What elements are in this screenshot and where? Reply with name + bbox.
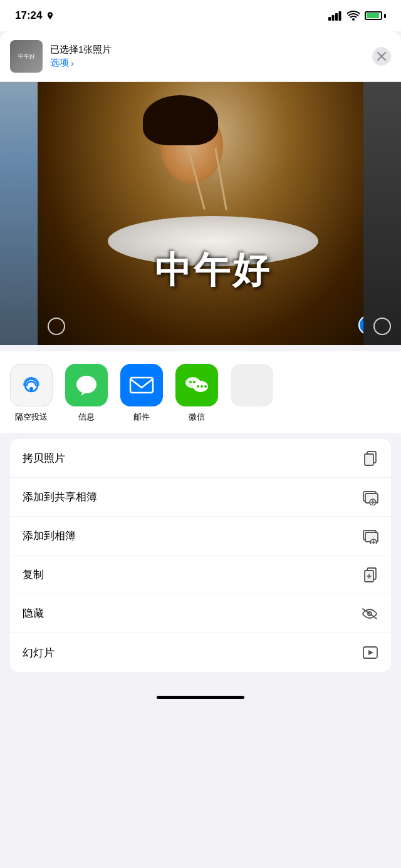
mail-label: 邮件 <box>133 411 150 423</box>
svg-rect-1 <box>332 15 335 21</box>
add-album-icon <box>362 528 378 544</box>
share-sheet: 中午好 已选择1张照片 选项 › <box>0 31 401 685</box>
photo-main[interactable]: 中午好 <box>38 82 388 345</box>
mail-app-icon <box>120 364 163 406</box>
hide-icon <box>361 607 378 621</box>
signal-icon <box>328 11 342 21</box>
status-bar: 17:24 <box>0 0 401 31</box>
photo-left-partial <box>0 82 38 345</box>
options-link[interactable]: 选项 › <box>50 57 365 69</box>
slideshow-action[interactable]: 幻灯片 <box>10 633 391 672</box>
svg-point-17 <box>204 385 207 388</box>
close-button[interactable] <box>372 47 391 66</box>
svg-point-14 <box>193 381 195 383</box>
airdrop-icon <box>10 364 53 406</box>
copy-photo-action[interactable]: 拷贝照片 <box>10 439 391 478</box>
svg-rect-3 <box>339 11 341 21</box>
duplicate-label: 复制 <box>23 567 44 582</box>
home-bar <box>157 696 244 699</box>
unselected-indicator <box>48 318 65 335</box>
messages-app-icon <box>65 364 108 406</box>
slideshow-label: 幻灯片 <box>23 646 55 660</box>
selected-count-label: 已选择1张照片 <box>50 44 365 56</box>
svg-point-15 <box>197 385 199 388</box>
hide-label: 隐藏 <box>23 606 44 621</box>
wechat-app-icon <box>175 364 218 406</box>
svg-point-13 <box>189 381 192 383</box>
status-icons <box>328 11 386 21</box>
add-album-label: 添加到相簿 <box>23 529 76 543</box>
svg-point-8 <box>76 376 96 393</box>
svg-marker-37 <box>368 650 373 655</box>
svg-rect-2 <box>335 13 338 21</box>
app-item-wechat[interactable]: 微信 <box>175 364 218 423</box>
battery-icon <box>365 11 386 20</box>
wechat-bubbles-icon <box>183 373 211 398</box>
header-info: 已选择1张照片 选项 › <box>50 44 365 69</box>
messages-bubble-icon <box>73 372 100 398</box>
meme-overlay-text: 中午好 <box>155 246 271 295</box>
copy-photo-label: 拷贝照片 <box>23 451 65 465</box>
app-item-messages[interactable]: 信息 <box>65 364 108 423</box>
mail-envelope-icon <box>128 374 155 396</box>
svg-line-35 <box>363 609 377 619</box>
selected-photo-thumb: 中午好 <box>10 40 43 73</box>
location-icon <box>46 11 55 20</box>
app-item-more[interactable] <box>231 364 273 423</box>
add-album-action[interactable]: 添加到相簿 <box>10 517 391 555</box>
svg-rect-0 <box>328 17 331 21</box>
svg-point-7 <box>29 387 33 391</box>
shared-album-icon <box>362 489 378 505</box>
app-item-mail[interactable]: 邮件 <box>120 364 163 423</box>
app-row: 隔空投送 信息 邮件 <box>0 351 401 433</box>
wechat-label: 微信 <box>189 411 205 423</box>
photo-right-partial <box>363 82 401 345</box>
svg-rect-10 <box>130 378 153 393</box>
svg-point-16 <box>200 385 203 388</box>
duplicate-icon <box>362 567 378 583</box>
home-indicator <box>0 685 401 710</box>
right-unselected-circle <box>373 318 391 335</box>
copy-photo-icon <box>362 450 378 467</box>
airdrop-wifi-icon <box>19 373 44 398</box>
duplicate-action[interactable]: 复制 <box>10 555 391 594</box>
messages-label: 信息 <box>78 411 95 423</box>
app-item-airdrop[interactable]: 隔空投送 <box>10 364 53 423</box>
wifi-icon <box>347 11 360 21</box>
share-header: 中午好 已选择1张照片 选项 › <box>0 31 401 82</box>
add-shared-album-action[interactable]: 添加到共享相簿 <box>10 478 391 517</box>
hide-action[interactable]: 隐藏 <box>10 594 391 633</box>
slideshow-icon <box>362 644 378 661</box>
airdrop-label: 隔空投送 <box>15 411 48 423</box>
svg-rect-19 <box>365 454 373 465</box>
action-list: 拷贝照片 添加到共享相簿 添加到相簿 <box>10 439 391 672</box>
photo-strip: 中午好 <box>0 82 401 345</box>
more-apps-icon <box>231 364 273 406</box>
close-icon <box>377 52 386 61</box>
add-shared-album-label: 添加到共享相簿 <box>23 490 97 504</box>
status-time: 17:24 <box>15 9 55 22</box>
